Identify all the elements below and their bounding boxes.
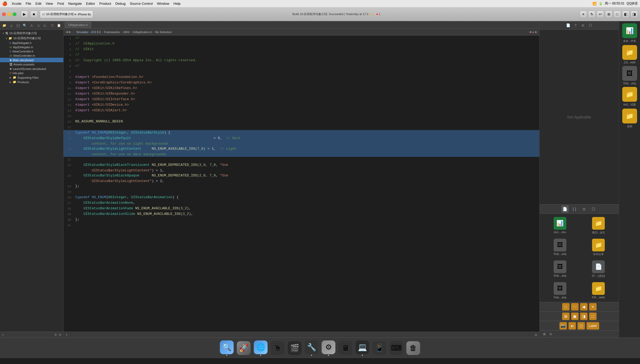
dock-launchpad[interactable]: 🚀 xyxy=(237,341,251,355)
sidebar-test-icon[interactable]: ◇ xyxy=(35,23,41,28)
dock-video[interactable]: 🎬 xyxy=(288,341,301,355)
quick-help-btn[interactable]: ? xyxy=(572,22,579,29)
obj-lib-docs-btn[interactable]: ☐ xyxy=(590,205,597,213)
filter-btn2[interactable]: ⊙ xyxy=(548,331,553,337)
editor-config-button[interactable]: □ xyxy=(614,11,621,18)
nav-action2[interactable]: ● xyxy=(532,30,534,34)
nav-back[interactable]: ◀ xyxy=(66,30,68,34)
add-file-icon[interactable]: + xyxy=(66,333,68,337)
file-appdelegate-m[interactable]: m AppDelegate.m xyxy=(0,45,63,49)
menu-file[interactable]: File xyxy=(26,2,31,6)
input-method[interactable]: QQ拼音 xyxy=(626,1,638,6)
file-item-folder1[interactable]: 📁 第13...业主 xyxy=(580,216,617,236)
file-inspector-btn[interactable]: 📄 xyxy=(565,22,571,29)
far-right-item-5[interactable]: 📁 桌面 xyxy=(622,109,637,128)
filter-button[interactable]: ⊙ xyxy=(54,333,57,336)
sidebar-warning-icon[interactable]: ⚠ xyxy=(29,23,35,28)
obj-lib-marquee-btn[interactable]: ⋯ xyxy=(571,303,579,310)
far-right-item-3[interactable]: 🖼 Snip....png xyxy=(622,66,637,85)
obj-lib-grid-btn[interactable]: ⊞ xyxy=(562,313,570,320)
obj-lib-file-btn[interactable]: 📄 xyxy=(561,205,569,213)
obj-lib-3d-btn[interactable]: ⬡ xyxy=(577,322,585,330)
file-appdelegate-h[interactable]: h AppDelegate.h xyxy=(0,41,63,45)
dock-keyboard[interactable]: ⌨ xyxy=(389,341,403,355)
obj-lib-page-btn[interactable]: ◨ xyxy=(580,313,588,320)
menu-source-control[interactable]: Source Control xyxy=(130,2,153,6)
menu-find[interactable]: Find xyxy=(57,2,64,6)
menu-view[interactable]: View xyxy=(46,2,53,6)
sidebar-symbol-icon[interactable]: { } xyxy=(15,23,21,28)
sidebar-search-icon[interactable]: 🔍 xyxy=(22,23,28,28)
minimize-button[interactable] xyxy=(7,12,11,16)
project-root[interactable]: ▼ 🏗 10-应用程序对象介绍 xyxy=(0,31,63,36)
dock-phone[interactable]: 📱 xyxy=(372,341,386,355)
dock-tools[interactable]: 🔧 xyxy=(305,340,318,356)
file-info-plist[interactable]: P Info.plist xyxy=(0,71,63,75)
file-viewcontroller-m[interactable]: m ViewController.m xyxy=(0,54,63,58)
menu-debug[interactable]: Debug xyxy=(115,2,126,6)
obj-lib-toolbar-btn[interactable]: □ xyxy=(589,313,597,320)
menu-navigate[interactable]: Navigate xyxy=(68,2,82,6)
dock-prefs[interactable]: ⚙ xyxy=(322,340,335,356)
obj-lib-nav-btn[interactable]: ≡ xyxy=(589,303,597,310)
nav-simulator[interactable]: Simulator - iOS 9.0 xyxy=(76,30,101,34)
attributes-inspector-btn[interactable]: ☐ xyxy=(587,22,594,29)
split-view-button[interactable]: ⊞ xyxy=(605,11,612,18)
sidebar-breakpoint-icon[interactable]: ⬡ xyxy=(49,23,55,28)
sidebar-debug-icon[interactable]: ▷ xyxy=(42,23,48,28)
menu-help[interactable]: Help xyxy=(174,2,181,6)
file-item-folder3[interactable]: 📁 KSI....aster xyxy=(580,281,617,300)
file-item-png1[interactable]: 🖼 Snip....png xyxy=(542,238,578,257)
editor-options[interactable]: ⊙ xyxy=(535,333,537,337)
close-button[interactable] xyxy=(2,12,6,16)
grid-view-btn[interactable]: ⊞ xyxy=(542,331,547,337)
menu-product[interactable]: Product xyxy=(99,2,111,6)
file-assets-xcassets[interactable]: 🖼 Assets.xcassets xyxy=(0,62,63,66)
obj-lib-split-btn[interactable]: ▣ xyxy=(571,313,579,320)
obj-lib-back-btn[interactable]: ◀ xyxy=(580,303,588,310)
nav-action1[interactable]: ◀ xyxy=(529,30,531,34)
code-editor[interactable]: 1 // 2 // UIApplication.h 3 // UIKit 4 /… xyxy=(64,35,539,332)
nav-selection[interactable]: No Selection xyxy=(155,30,172,34)
nav-frameworks[interactable]: Frameworks xyxy=(104,30,120,34)
add-button[interactable]: + xyxy=(2,333,4,336)
nav-uikit[interactable]: UIKit xyxy=(123,30,129,34)
obj-lib-view-btn[interactable]: □ xyxy=(562,303,570,310)
menu-window[interactable]: Window xyxy=(157,2,169,6)
maximize-button[interactable] xyxy=(13,12,16,16)
stop-button[interactable]: ■ xyxy=(30,11,38,18)
file-item-png2[interactable]: 🖼 Snip....png xyxy=(542,259,578,279)
dock-trash[interactable]: 🗑 xyxy=(406,341,420,355)
file-supporting-files[interactable]: ▶ 📁 Supporting Files xyxy=(0,75,63,80)
dock-mouse[interactable]: 🖱 xyxy=(271,341,285,355)
obj-lib-cam-btn[interactable]: 📷 xyxy=(559,322,567,330)
list-view-button[interactable]: ≡ xyxy=(580,11,587,18)
nav-file[interactable]: UIApplication.h xyxy=(132,30,152,34)
menu-xcode[interactable]: Xcode xyxy=(12,2,21,6)
obj-lib-code-btn[interactable]: { } xyxy=(571,205,578,213)
file-products[interactable]: ▶ 📁 Products xyxy=(0,80,63,84)
run-button[interactable]: ▶ xyxy=(21,11,28,18)
file-launchscreen-storyboard[interactable]: ◈ LaunchScreen.storyboard xyxy=(0,66,63,71)
sidebar-vcs-icon[interactable]: △ xyxy=(8,23,14,28)
obj-lib-media-btn[interactable]: ⊙ xyxy=(580,205,588,213)
dock-finder[interactable]: 🔍 xyxy=(220,340,234,356)
dock-screen[interactable]: 🖥 xyxy=(339,341,352,355)
editor-tab[interactable]: UIApplication.h xyxy=(65,22,91,28)
file-item-png3[interactable]: 🖼 Snip....png xyxy=(542,281,578,300)
nav-forward[interactable]: ▶ xyxy=(69,30,71,34)
apple-logo[interactable]: 🍎 xyxy=(2,1,7,6)
obj-lib-label-btn[interactable]: Label xyxy=(586,322,599,330)
nav-action3[interactable]: ▶ xyxy=(535,30,537,34)
file-main-storyboard[interactable]: ◈ Main.storyboard xyxy=(0,58,63,62)
group-item[interactable]: ▼ 📁 10-应用程序对象介绍 xyxy=(0,36,63,41)
obj-lib-play-btn[interactable]: ⏯ xyxy=(568,322,576,330)
utility-button[interactable]: ◨ xyxy=(630,11,638,18)
filter-button2[interactable]: ⊙ xyxy=(59,333,61,336)
far-right-item-1[interactable]: 📊 未命...件夹 xyxy=(622,23,637,43)
menu-editor[interactable]: Editor xyxy=(86,2,95,6)
menu-edit[interactable]: Edit xyxy=(35,2,41,6)
file-viewcontroller-h[interactable]: h ViewController.h xyxy=(0,49,63,54)
panel-toggle-button[interactable]: ◧ xyxy=(622,11,629,18)
back-forward-button[interactable]: ↩ xyxy=(597,11,604,18)
